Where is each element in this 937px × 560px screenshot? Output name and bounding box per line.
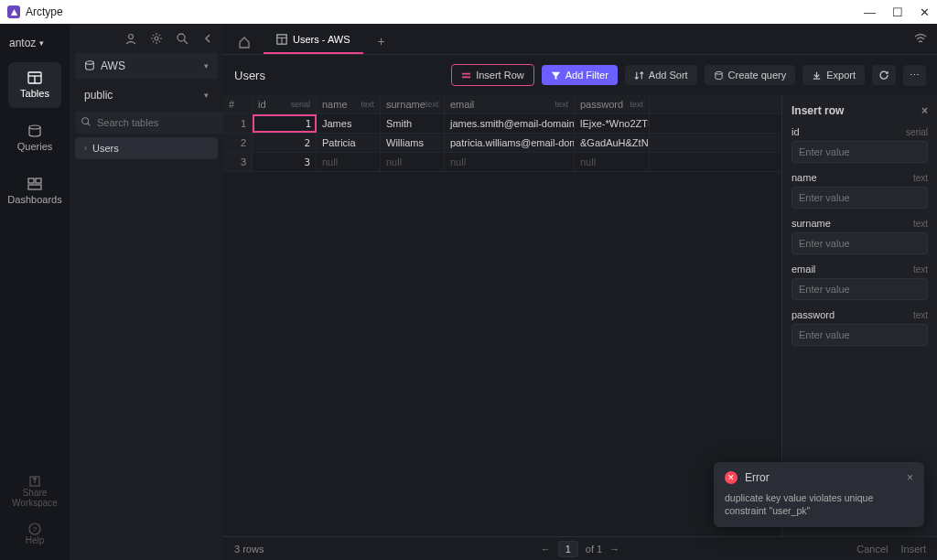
error-toast: ✕ Error × duplicate key value violates u… — [714, 462, 924, 527]
field-input-id[interactable] — [792, 141, 928, 163]
rail-help-label: Help — [26, 535, 45, 545]
cell-email[interactable]: james.smith@email-domain.com — [445, 114, 575, 133]
insert-button[interactable]: Insert — [900, 544, 926, 555]
table-icon — [27, 71, 42, 84]
rail-help[interactable]: ? Help — [26, 517, 45, 551]
chevron-down-icon: ▾ — [204, 61, 209, 70]
page-input[interactable] — [558, 541, 578, 557]
export-button[interactable]: Export — [802, 65, 865, 85]
field-input-surname[interactable] — [792, 232, 928, 254]
insert-icon — [461, 70, 471, 81]
error-icon: ✕ — [725, 471, 738, 484]
field-input-name[interactable] — [792, 187, 928, 209]
chevron-left-icon[interactable] — [201, 32, 214, 45]
schema-selector[interactable]: public ▾ — [75, 82, 218, 108]
rail-tables[interactable]: Tables — [8, 62, 61, 108]
workspace-selector[interactable]: antoz ▾ — [0, 31, 70, 55]
more-icon: ⋯ — [910, 70, 920, 81]
field-name: nametext — [792, 172, 928, 209]
close-icon[interactable]: × — [921, 104, 928, 117]
column-header-surname[interactable]: surnametext — [381, 95, 445, 113]
cell-id[interactable]: 2 — [253, 134, 317, 152]
close-icon[interactable]: × — [907, 471, 913, 484]
rownum-cell: 3 — [223, 153, 253, 171]
cell-password[interactable]: &GadAuH&ZtN7ph*n — [575, 134, 650, 152]
sidebar-table-users[interactable]: › Users — [75, 137, 218, 159]
field-label: name — [792, 172, 817, 183]
field-type: text — [913, 264, 928, 275]
window-maximize-icon[interactable]: ☐ — [892, 5, 903, 19]
statusbar: 3 rows ← of 1 → Cancel Insert — [223, 536, 937, 560]
window-minimize-icon[interactable]: — — [864, 5, 876, 19]
cell-surname[interactable]: Smith — [381, 114, 445, 133]
workspace-name: antoz — [9, 37, 36, 49]
query-icon — [714, 70, 724, 81]
page-prev-button[interactable]: ← — [541, 544, 551, 555]
cell-name[interactable]: null — [317, 153, 381, 171]
cell-name[interactable]: James — [317, 114, 381, 133]
field-input-email[interactable] — [792, 278, 928, 300]
tab-users[interactable]: Users - AWS — [264, 27, 363, 54]
schema-name: public — [84, 89, 113, 102]
search-tables-input[interactable] — [75, 112, 231, 134]
toast-message: duplicate key value violates unique cons… — [725, 491, 913, 518]
rail-share[interactable]: Share Workspace — [0, 469, 70, 513]
column-header-name[interactable]: nametext — [317, 95, 381, 113]
table-row[interactable]: 22PatriciaWilliamspatricia.williams@emai… — [223, 134, 781, 153]
rail-queries[interactable]: Queries — [8, 115, 61, 161]
column-header-email[interactable]: emailtext — [445, 95, 575, 113]
user-icon[interactable] — [124, 32, 137, 45]
rail-queries-label: Queries — [17, 141, 53, 152]
connection-name: AWS — [101, 59, 125, 72]
cancel-button[interactable]: Cancel — [856, 544, 888, 555]
more-button[interactable]: ⋯ — [903, 65, 926, 86]
svg-text:?: ? — [33, 525, 38, 533]
add-sort-button[interactable]: Add Sort — [625, 65, 697, 85]
svg-point-12 — [178, 34, 185, 41]
cell-email[interactable]: patricia.williams@email-domain.com — [445, 134, 575, 152]
wifi-icon[interactable] — [913, 31, 928, 46]
sort-icon — [634, 70, 644, 81]
cell-id[interactable]: 1 — [253, 114, 317, 133]
field-label: surname — [792, 218, 831, 229]
insert-row-button[interactable]: Insert Row — [451, 64, 534, 86]
create-query-button[interactable]: Create query — [705, 65, 796, 85]
cell-id[interactable]: 3 — [253, 153, 317, 171]
cell-password[interactable]: null — [575, 153, 650, 171]
data-grid: #idserialnametextsurnametextemailtextpas… — [223, 95, 781, 172]
refresh-icon — [878, 70, 889, 81]
svg-point-11 — [155, 37, 158, 40]
field-label: email — [792, 264, 815, 275]
cell-surname[interactable]: Williams — [381, 134, 445, 152]
refresh-button[interactable] — [872, 65, 896, 85]
page-next-button[interactable]: → — [609, 544, 619, 555]
add-filter-button[interactable]: Add Filter — [542, 65, 618, 85]
window-close-icon[interactable]: ✕ — [920, 5, 930, 19]
table-toolbar: Users Insert Row Add Filter Add Sort Cre… — [223, 55, 937, 95]
chevron-right-icon: › — [84, 144, 87, 153]
rail-dashboards[interactable]: Dashboards — [8, 168, 61, 214]
field-input-password[interactable] — [792, 324, 928, 346]
column-header-id[interactable]: idserial — [253, 95, 317, 113]
connection-selector[interactable]: AWS ▾ — [75, 53, 218, 79]
gear-icon[interactable] — [150, 32, 163, 45]
cell-password[interactable]: lEjxe-*Wno2ZTKwa — [575, 114, 650, 133]
table-row[interactable]: 33nullnullnullnull — [223, 153, 781, 172]
cell-email[interactable]: null — [445, 153, 575, 171]
field-id: idserial — [792, 126, 928, 163]
rail-share-label: Share Workspace — [0, 488, 70, 508]
column-header-password[interactable]: passwordtext — [575, 95, 650, 113]
add-tab-button[interactable]: + — [369, 28, 394, 54]
svg-line-16 — [88, 124, 91, 126]
svg-rect-4 — [28, 178, 34, 183]
cell-name[interactable]: Patricia — [317, 134, 381, 152]
home-tab[interactable] — [231, 30, 258, 54]
export-icon — [812, 70, 822, 81]
table-name-heading: Users — [234, 69, 265, 82]
svg-point-10 — [129, 35, 134, 39]
cell-surname[interactable]: null — [381, 153, 445, 171]
field-type: text — [913, 173, 928, 183]
search-icon[interactable] — [176, 32, 188, 45]
table-row[interactable]: 11JamesSmithjames.smith@email-domain.com… — [223, 114, 781, 134]
tabbar: Users - AWS + — [223, 24, 937, 55]
